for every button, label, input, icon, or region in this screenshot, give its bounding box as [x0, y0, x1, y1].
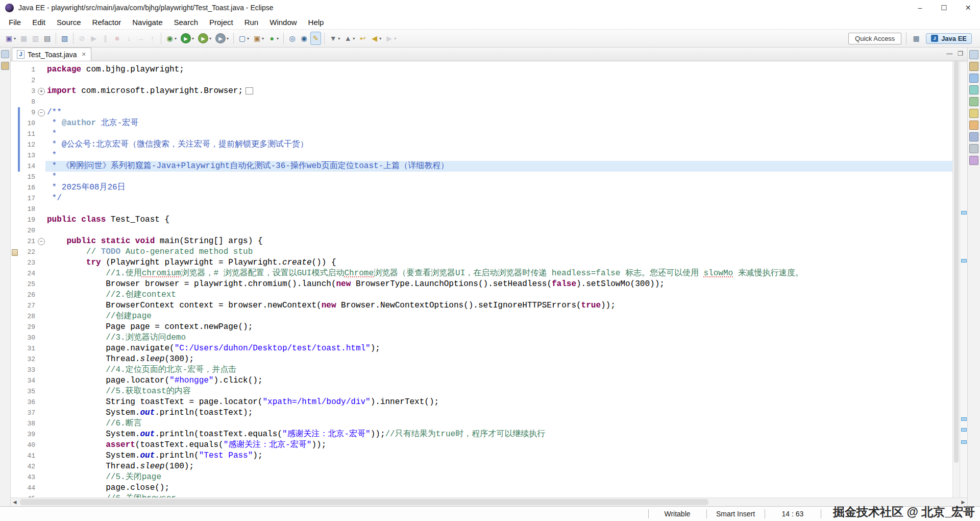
line-number[interactable]: 20	[20, 225, 37, 236]
code-text[interactable]: Page page = context.newPage();	[45, 322, 952, 333]
new-wizard-button[interactable]: ▣▾	[4, 32, 17, 45]
code-text[interactable]: assert(toastText.equals("感谢关注：北京-宏哥"));	[45, 440, 952, 451]
run-button[interactable]: ▶▾	[179, 32, 195, 45]
dropdown-arrow-icon[interactable]: ▾	[379, 36, 381, 41]
line-number[interactable]: 21	[20, 236, 37, 247]
occurrence-marker[interactable]	[961, 211, 967, 215]
line-number[interactable]: 37	[20, 408, 37, 418]
code-text[interactable]: *	[45, 150, 952, 161]
line-number[interactable]: 24	[20, 268, 37, 279]
toggle-mark-occurrences-button[interactable]: ✎	[310, 32, 321, 45]
code-text[interactable]: page.close();	[45, 483, 952, 493]
code-lines[interactable]: 1package com.bjhg.playwright;23+import c…	[11, 61, 952, 498]
dropdown-arrow-icon[interactable]: ▾	[353, 36, 355, 41]
dropdown-arrow-icon[interactable]: ▾	[394, 36, 396, 41]
code-text[interactable]: page.locator("#hongge").click();	[45, 375, 952, 386]
menu-navigate[interactable]: Navigate	[127, 16, 168, 28]
horizontal-scrollbar-thumb[interactable]	[20, 499, 708, 505]
line-number[interactable]: 8	[20, 97, 37, 107]
maximize-window-button[interactable]: ☐	[932, 0, 956, 15]
vertical-scrollbar[interactable]	[952, 61, 960, 498]
console-icon[interactable]	[969, 132, 978, 141]
line-number[interactable]: 34	[20, 375, 37, 386]
snippets-icon[interactable]	[969, 121, 978, 130]
code-text[interactable]: /**	[45, 107, 952, 118]
line-number[interactable]: 22	[20, 247, 37, 257]
project-explorer-icon[interactable]	[969, 62, 978, 71]
overview-ruler[interactable]	[960, 61, 967, 498]
restore-minimized-views-icon[interactable]	[969, 50, 978, 59]
code-text[interactable]: System.out.println(toastText.equals("感谢关…	[45, 429, 952, 440]
line-number[interactable]: 19	[20, 215, 37, 225]
line-number[interactable]: 30	[20, 333, 37, 343]
menu-edit[interactable]: Edit	[27, 16, 51, 28]
dropdown-arrow-icon[interactable]: ▾	[338, 36, 340, 41]
scroll-left-icon[interactable]: ◀	[11, 500, 19, 505]
code-text[interactable]: * 2025年08月26日	[45, 182, 952, 193]
line-number[interactable]: 3	[20, 86, 37, 97]
dropdown-arrow-icon[interactable]: ▾	[14, 36, 16, 41]
line-number[interactable]: 9	[20, 107, 37, 118]
step-over-button[interactable]: →	[135, 32, 146, 45]
line-number[interactable]: 40	[20, 440, 37, 451]
line-number[interactable]: 10	[20, 118, 37, 129]
back-button[interactable]: ◀▾	[369, 32, 383, 45]
dropdown-arrow-icon[interactable]: ▾	[227, 36, 229, 41]
line-number[interactable]: 41	[20, 451, 37, 461]
skip-all-breakpoints-button[interactable]: ⊘	[77, 32, 87, 45]
minimize-view-icon[interactable]: —	[946, 50, 952, 57]
code-text[interactable]: //6.断言	[45, 418, 952, 429]
code-text[interactable]: //6.关闭browser	[45, 493, 952, 498]
collapsed-region-icon[interactable]	[246, 87, 253, 94]
code-text[interactable]: Thread.sleep(100);	[45, 461, 952, 472]
code-text[interactable]: System.out.println("Test Pass");	[45, 451, 952, 461]
line-number[interactable]: 42	[20, 461, 37, 472]
menu-project[interactable]: Project	[204, 16, 239, 28]
horizontal-scrollbar[interactable]: ◀ ▶	[11, 498, 967, 506]
line-number[interactable]: 31	[20, 343, 37, 354]
line-number[interactable]: 44	[20, 483, 37, 493]
code-text[interactable]: //5.获取toast的内容	[45, 386, 952, 397]
debug-button[interactable]: ◉▾	[164, 32, 178, 45]
open-type-button[interactable]: ◎	[287, 32, 298, 45]
minimize-window-button[interactable]: –	[908, 0, 932, 15]
close-window-button[interactable]: ✕	[956, 0, 980, 15]
dropdown-arrow-icon[interactable]: ▾	[175, 36, 177, 41]
line-number[interactable]: 35	[20, 386, 37, 397]
line-number[interactable]: 32	[20, 354, 37, 365]
servers-icon[interactable]	[969, 97, 978, 106]
java-ee-perspective-button[interactable]: Java EE	[926, 33, 972, 44]
line-number[interactable]: 26	[20, 290, 37, 300]
code-text[interactable]: * @author 北京-宏哥	[45, 118, 952, 129]
code-text[interactable]: //4.定位页面的北京-宏哥，并点击	[45, 365, 952, 375]
menu-file[interactable]: File	[3, 16, 27, 28]
code-text[interactable]: *	[45, 129, 952, 139]
tab-close-icon[interactable]: ✕	[82, 51, 86, 58]
occurrence-marker[interactable]	[961, 417, 967, 421]
data-source-explorer-icon[interactable]	[969, 109, 978, 118]
line-number[interactable]: 15	[20, 172, 37, 182]
line-number[interactable]: 11	[20, 129, 37, 139]
dropdown-arrow-icon[interactable]: ▾	[277, 36, 279, 41]
code-text[interactable]: * 《刚刚问世》系列初窥篇-Java+Playwright自动化测试-36-操作…	[45, 161, 952, 172]
code-text[interactable]: BrowserContext context = browser.newCont…	[45, 300, 952, 311]
code-text[interactable]: Thread.sleep(300);	[45, 354, 952, 365]
suspend-button[interactable]: ∥	[100, 32, 111, 45]
code-text[interactable]: // TODO Auto-generated method stub	[45, 247, 952, 257]
previous-annotation-button[interactable]: ▲▾	[342, 32, 356, 45]
line-number[interactable]: 38	[20, 418, 37, 429]
menu-run[interactable]: Run	[239, 16, 264, 28]
maximize-view-icon[interactable]: ❐	[958, 50, 963, 57]
fold-collapse-icon[interactable]: −	[38, 238, 45, 245]
menu-help[interactable]: Help	[303, 16, 330, 28]
next-annotation-button[interactable]: ▼▾	[328, 32, 341, 45]
save-button[interactable]: ▦	[18, 32, 29, 45]
menu-window[interactable]: Window	[264, 16, 302, 28]
line-number[interactable]: 14	[20, 161, 37, 172]
line-number[interactable]: 36	[20, 397, 37, 408]
dropdown-arrow-icon[interactable]: ▾	[192, 36, 194, 41]
step-return-button[interactable]: ↑	[147, 32, 158, 45]
resume-button[interactable]: ▶	[88, 32, 99, 45]
code-text[interactable]: System.out.println(toastText);	[45, 408, 952, 418]
line-number[interactable]: 28	[20, 311, 37, 322]
